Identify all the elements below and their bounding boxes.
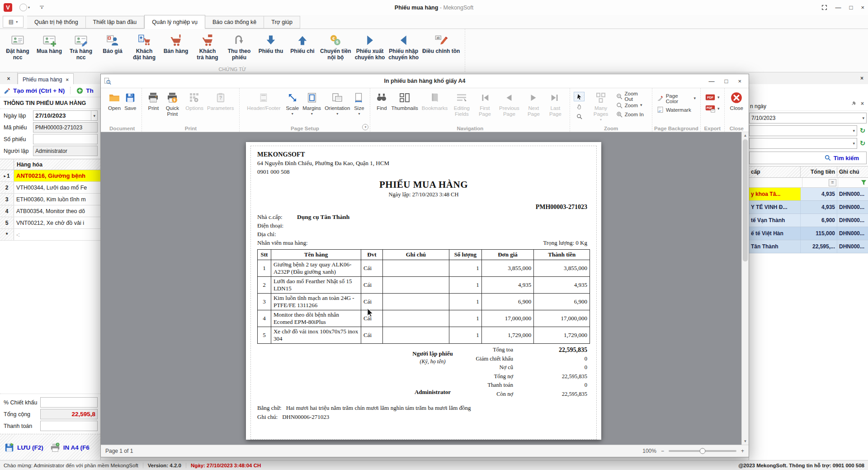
item-row[interactable]: 2 VTH00344, Lưỡi dao mổ Fe — [0, 182, 100, 194]
tab-thiet-lap-ban-dau[interactable]: Thiết lập ban đầu — [86, 16, 145, 28]
hand-tool-button[interactable] — [574, 102, 585, 111]
phieu-chi-button[interactable]: Phiếu chi — [287, 30, 318, 54]
refresh-icon[interactable]: ↻ — [859, 127, 867, 135]
tab-bao-cao-thong-ke[interactable]: Báo cáo thống kê — [205, 16, 264, 28]
equals-operator-icon[interactable]: = — [829, 179, 836, 186]
ban-hang-button[interactable]: Bán hàng — [160, 30, 192, 54]
pointer-tool-button[interactable] — [574, 92, 585, 101]
tab-quan-ly-nghiep-vu[interactable]: Quản lý nghiệp vụ — [144, 15, 205, 29]
dialog-maximize-button[interactable]: □ — [725, 78, 728, 85]
scroll-down-icon[interactable]: ▼ — [744, 439, 747, 443]
print-a4-button[interactable]: ? IN A4 (F6 — [50, 442, 90, 452]
bookmarks-button[interactable]: Bookmarks — [420, 90, 450, 112]
dialog-title-bar[interactable]: In phiếu bán hàng khổ giấy A4 — □ × — [101, 74, 749, 88]
account-button[interactable]: ▾ — [12, 4, 30, 11]
scroll-up-icon[interactable]: ▲ — [744, 133, 747, 138]
first-page-button[interactable]: First Page — [474, 90, 495, 118]
add-item-button[interactable]: Th — [86, 87, 94, 94]
parameters-button[interactable]: ? Parameters — [205, 90, 236, 112]
zoom-slider-thumb[interactable] — [699, 448, 705, 454]
filter-combo-1[interactable]: ▾ — [749, 125, 857, 136]
orientation-button[interactable]: Orientation ▾ — [323, 90, 352, 116]
payment-input[interactable] — [40, 421, 98, 431]
lookup-row[interactable]: tế Vạn Thành 6,900 DHN000... — [749, 214, 868, 227]
item-row[interactable]: 5 VNT00212, Xe chở đồ vải i — [0, 217, 100, 229]
khach-tra-hang-button[interactable]: Khách trả hàng — [192, 30, 223, 61]
lookup-row[interactable]: y khoa Tâ... 4,935 DHN000... — [749, 188, 868, 201]
pin-icon[interactable] — [851, 101, 856, 106]
maximize-button[interactable]: □ — [849, 4, 853, 11]
options-button[interactable]: Options — [184, 90, 205, 112]
scrollbar-thumb[interactable] — [743, 139, 748, 261]
save-button[interactable]: Save — [123, 90, 138, 112]
phieu-xuat-chuyen-kho-button[interactable]: Phiếu xuất chuyển kho — [353, 30, 387, 61]
lookup-row[interactable]: Tân Thành 22,595,... DHN000... — [749, 240, 868, 253]
dieu-chinh-ton-button[interactable]: ab Điều chỉnh tồn — [420, 30, 462, 54]
margins-button[interactable]: Margins ▾ — [301, 90, 323, 116]
column-header-note[interactable]: Ghi chú — [837, 166, 868, 177]
tab-tro-giup[interactable]: Trợ giúp — [264, 16, 300, 28]
filter-cell[interactable]: = — [802, 178, 838, 187]
code-input[interactable]: PMH00003-271023 — [33, 122, 98, 133]
zoom-out-button[interactable]: Zoom Out — [615, 92, 648, 100]
print-button[interactable]: Print — [146, 90, 161, 112]
zoom-button[interactable]: Zoom ▾ — [615, 101, 648, 109]
export-pdf-button[interactable]: PDF ▾ — [704, 93, 721, 102]
khach-dat-hang-button[interactable]: Khách đặt hàng — [128, 30, 160, 61]
item-row[interactable]: 3 ETH00360, Kim luồn tĩnh m — [0, 194, 100, 205]
chevron-down-icon[interactable]: ▾ — [853, 141, 855, 146]
watermark-button[interactable]: Watermark — [656, 105, 697, 114]
app-menu-button[interactable]: ▤ ▾ — [3, 16, 24, 28]
column-header-total[interactable]: Tổng tiền — [801, 166, 837, 177]
editing-fields-button[interactable]: Editing Fields — [449, 90, 474, 118]
zoom-plus-button[interactable]: + — [741, 448, 744, 454]
lookup-row[interactable]: ế tế Việt Hàn 115,000 DHN000... — [749, 227, 868, 240]
minimize-button[interactable]: — — [835, 4, 841, 11]
magnifier-tool-button[interactable] — [574, 112, 585, 121]
bao-gia-button[interactable]: Báo giá — [97, 30, 128, 54]
thumbnails-button[interactable]: Thumbnails — [389, 90, 420, 112]
new-item-row[interactable]: * -: — [0, 229, 100, 241]
preview-scrollbar[interactable]: ▲ ▼ — [741, 132, 749, 445]
filter-cell[interactable] — [749, 178, 802, 187]
chevron-down-icon[interactable]: ▾ — [853, 128, 855, 133]
dialog-close-button[interactable]: × — [738, 78, 741, 85]
refresh-icon[interactable]: ↻ — [859, 139, 867, 147]
dat-hang-ncc-button[interactable]: Đặt hàng ncc — [2, 30, 33, 61]
save-button[interactable]: LƯU (F2) — [5, 442, 43, 452]
header-footer-button[interactable]: Header/Footer — [243, 90, 284, 112]
quick-access-toolbar-button[interactable]: ▾ — [40, 6, 44, 9]
close-tab-icon[interactable]: × — [66, 77, 68, 82]
close-button[interactable]: × — [861, 4, 864, 11]
tab-strip-close-button[interactable]: × — [860, 75, 863, 81]
scale-button[interactable]: Scale ▾ — [284, 90, 301, 116]
page-color-button[interactable]: Page Color ▾ — [656, 94, 697, 103]
fullscreen-button[interactable] — [821, 5, 827, 10]
previous-page-button[interactable]: Previous Page — [495, 90, 523, 118]
chevron-down-icon[interactable]: ▾ — [91, 111, 95, 120]
last-page-button[interactable]: Last Page — [544, 90, 566, 118]
funnel-icon[interactable] — [861, 180, 867, 185]
quick-print-button[interactable]: Quick Print — [161, 90, 184, 118]
find-button[interactable]: Find — [374, 90, 389, 112]
lookup-row[interactable]: Y TẾ VINH Đ... 4,935 DHN000... — [749, 201, 868, 214]
column-header-supplier[interactable]: cấp — [749, 166, 801, 177]
filter-combo-2[interactable]: ▾ — [749, 138, 857, 149]
filter-cell[interactable] — [838, 178, 868, 187]
next-page-button[interactable]: Next Page — [523, 90, 544, 118]
close-preview-button[interactable]: Close — [728, 90, 745, 112]
create-new-button[interactable]: Tạo mới (Ctrl + N) — [13, 87, 65, 94]
open-button[interactable]: Open — [106, 90, 123, 112]
date-input[interactable]: 27/10/2023 ▾ — [33, 110, 98, 121]
mua-hang-button[interactable]: Mua hàng — [33, 30, 65, 54]
dialog-minimize-button[interactable]: — — [709, 78, 715, 85]
zoom-slider[interactable] — [669, 450, 736, 452]
discount-input[interactable] — [40, 397, 98, 408]
item-row[interactable]: ▸1 ANT00216, Giường bệnh — [0, 170, 100, 182]
to-date-input[interactable]: 7/10/2023 ▾ — [749, 113, 867, 123]
thu-theo-phieu-button[interactable]: Thu theo phiếu — [223, 30, 255, 61]
search-button[interactable]: Tìm kiếm — [749, 152, 867, 164]
size-button[interactable]: Size ▾ — [352, 90, 366, 116]
close-all-tabs-button[interactable]: × — [0, 72, 18, 85]
close-panel-icon[interactable]: × — [861, 100, 864, 107]
